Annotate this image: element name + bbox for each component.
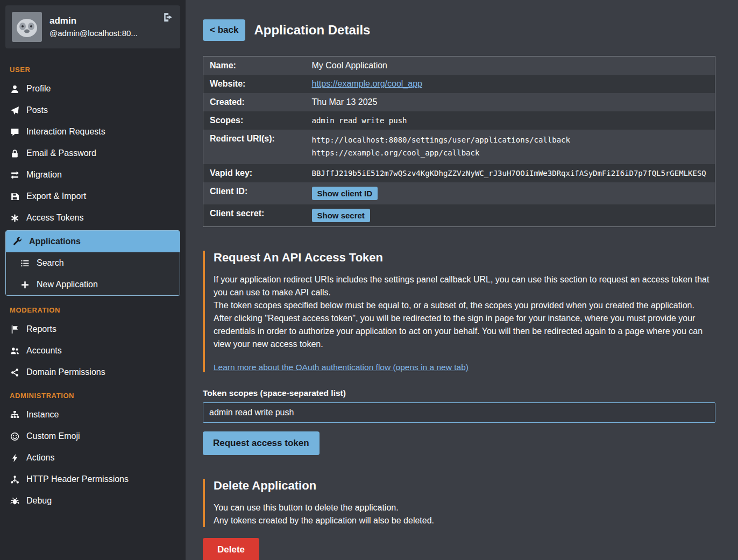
sidebar-item-accounts[interactable]: Accounts [0,340,186,361]
lock-icon [10,149,19,158]
request-token-paragraph-2: The token scopes specified below must be… [214,299,715,312]
header-permissions-icon [10,475,19,484]
application-details-table: Name: My Cool Application Website: https… [203,56,715,227]
sidebar-item-posts[interactable]: Posts [0,100,186,121]
sidebar-item-label: Accounts [26,346,62,356]
delete-application-section: Delete Application You can use this butt… [203,479,715,527]
sidebar-item-label: Applications [29,237,81,246]
row-label: Client ID: [203,182,306,204]
share-nodes-icon [10,368,19,377]
token-scopes-input[interactable] [203,402,715,423]
paper-plane-icon [10,106,19,115]
sidebar-item-profile[interactable]: Profile [0,78,186,100]
sidebar-item-label: Migration [26,170,62,180]
sidebar-item-actions[interactable]: Actions [0,447,186,469]
sidebar-item-label: HTTP Header Permissions [26,474,129,484]
sidebar-item-label: Custom Emoji [26,431,80,441]
sidebar-item-label: Instance [26,410,59,420]
list-icon [20,259,30,268]
user-card[interactable]: admin @admin@localhost:80... [5,5,180,48]
logout-button[interactable] [163,12,173,24]
sidebar: admin @admin@localhost:80... USER Profil… [0,0,186,560]
sidebar-item-custom-emoji[interactable]: Custom Emoji [0,426,186,447]
sidebar-item-debug[interactable]: Debug [0,490,186,512]
sidebar-item-applications-search[interactable]: Search [6,252,180,274]
vapid-key-value: BBJffJ219b5iE512m7wQSzv4KgKDhgZZVzNyWC_r… [306,164,715,182]
sidebar-nav: USER Profile Posts Interaction Requests … [0,54,186,522]
sidebar-item-label: Actions [26,453,54,463]
sidebar-item-applications[interactable]: Applications [6,231,180,252]
row-value: My Cool Application [306,56,715,75]
sidebar-item-label: Reports [26,324,56,334]
tools-icon [12,237,22,246]
row-label: Website: [203,75,306,93]
delete-paragraph-1: You can use this button to delete the ap… [214,501,715,514]
nav-section-administration: ADMINISTRATION [0,383,186,404]
row-value: Thu Mar 13 2025 [306,93,715,111]
logout-icon [163,12,173,23]
smiley-icon [10,432,19,441]
sidebar-item-email-password[interactable]: Email & Password [0,143,186,164]
row-label: Scopes: [203,111,306,130]
sidebar-item-label: Email & Password [26,148,96,158]
sidebar-item-label: Profile [26,84,51,94]
table-row-client-id: Client ID: Show client ID [203,182,715,204]
request-token-section: Request An API Access Token If your appl… [203,251,715,372]
sidebar-item-instance[interactable]: Instance [0,404,186,426]
flag-icon [10,325,19,334]
sidebar-item-interaction-requests[interactable]: Interaction Requests [0,121,186,143]
page-header: < back Application Details [203,19,715,41]
redirect-uri-2: https://example.org/cool_app/callback [312,147,709,160]
table-row-client-secret: Client secret: Show secret [203,204,715,227]
request-access-token-button[interactable]: Request access token [203,431,320,455]
sidebar-item-domain-permissions[interactable]: Domain Permissions [0,361,186,383]
sidebar-item-label: Posts [26,105,48,115]
back-button[interactable]: < back [203,19,245,41]
sidebar-item-new-application[interactable]: New Application [6,274,180,295]
sidebar-item-label: New Application [37,280,98,289]
main-content: < back Application Details Name: My Cool… [186,0,738,560]
token-scopes-label: Token scopes (space-separated list) [203,388,715,398]
delete-application-title: Delete Application [214,479,715,493]
save-icon [10,192,19,201]
sidebar-item-reports[interactable]: Reports [0,318,186,340]
comment-icon [10,127,19,137]
avatar [12,12,42,42]
migration-arrows-icon [10,171,19,180]
sidebar-item-export-import[interactable]: Export & Import [0,186,186,207]
page-title: Application Details [254,23,370,38]
sidebar-item-label: Access Tokens [26,213,83,223]
sidebar-item-access-tokens[interactable]: Access Tokens [0,207,186,229]
delete-paragraph-2: Any tokens created by the application wi… [214,514,715,527]
sidebar-item-label: Export & Import [26,192,86,201]
user-meta: admin @admin@localhost:80... [49,15,138,39]
sitemap-icon [10,410,19,420]
request-token-paragraph-3: After clicking "Request access token", y… [214,312,715,351]
row-label: Client secret: [203,204,306,227]
website-link[interactable]: https://example.org/cool_app [312,79,422,88]
sidebar-item-label: Debug [26,496,52,506]
redirect-uri-1: http://localhost:8080/settings/user/appl… [312,134,709,147]
user-handle: @admin@localhost:80... [49,27,138,39]
delete-button[interactable]: Delete [203,538,259,560]
sidebar-item-label: Domain Permissions [26,367,105,377]
user-name: admin [49,15,138,28]
sidebar-item-migration[interactable]: Migration [0,164,186,186]
oauth-docs-link[interactable]: Learn more about the OAuth authenticatio… [214,363,469,372]
sidebar-item-http-header-permissions[interactable]: HTTP Header Permissions [0,469,186,490]
sidebar-item-label: Interaction Requests [26,127,105,137]
row-label: Vapid key: [203,164,306,182]
show-secret-button[interactable]: Show secret [312,209,370,222]
table-row-website: Website: https://example.org/cool_app [203,75,715,93]
table-row-scopes: Scopes: admin read write push [203,111,715,130]
scopes-value: admin read write push [306,111,715,130]
users-icon [10,346,19,356]
row-label: Redirect URI(s): [203,130,306,164]
bolt-icon [10,453,19,463]
bug-icon [10,497,19,506]
show-client-id-button[interactable]: Show client ID [312,187,378,200]
row-label: Created: [203,93,306,111]
asterisk-icon [10,214,19,223]
table-row-redirect-uris: Redirect URI(s): http://localhost:8080/s… [203,130,715,164]
table-row-vapid-key: Vapid key: BBJffJ219b5iE512m7wQSzv4KgKDh… [203,164,715,182]
